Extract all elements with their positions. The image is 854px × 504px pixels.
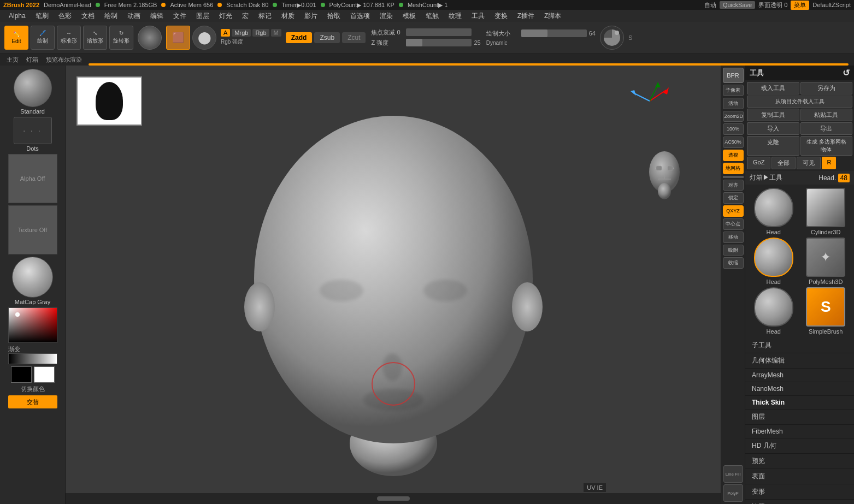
3d-model-area[interactable] (202, 94, 585, 476)
home-btn[interactable]: 主页 (3, 55, 22, 65)
gen-mesh-btn[interactable]: 生成 多边形网格物体 (800, 136, 853, 156)
clone-btn[interactable]: 克隆 (747, 136, 799, 156)
lightbox-btn[interactable]: 灯箱 (23, 55, 42, 65)
attach-btn[interactable]: 收缩 (723, 257, 744, 269)
preview-bool-btn[interactable]: 预览布尔渲染 (43, 55, 85, 65)
tool-head-3[interactable]: Head (749, 287, 799, 335)
rgb-btn[interactable]: Rgb (252, 29, 269, 37)
lock-btn[interactable]: 锁定 (723, 192, 744, 204)
draw-btn[interactable]: 🖊️ 绘制 (31, 26, 55, 50)
menu-array-mesh[interactable]: ArrayMesh (745, 369, 854, 382)
snap-btn[interactable]: 吸附 (723, 245, 744, 256)
rotate-btn[interactable]: ↻ 旋转形 (109, 26, 133, 50)
xyz-btn[interactable]: QXYZ (723, 205, 744, 217)
sub-pixel-btn[interactable]: 子像素 (723, 85, 744, 96)
percent-btn[interactable]: 100% (723, 123, 744, 135)
menu-zplugin[interactable]: Z插件 (513, 10, 539, 22)
save-as-btn[interactable]: 另存为 (800, 82, 853, 94)
z-intensity-slider[interactable] (406, 39, 472, 46)
exchange-btn[interactable]: 交替 (8, 395, 57, 408)
menu-draw[interactable]: 绘制 (100, 10, 122, 22)
menu-nano-mesh[interactable]: NanoMesh (745, 382, 854, 396)
menu-color[interactable]: 色彩 (54, 10, 76, 22)
menu-alpha[interactable]: Alpha (4, 11, 30, 21)
menu-prefs[interactable]: 首选项 (346, 10, 374, 22)
bpr-btn[interactable]: BPR (723, 68, 744, 83)
matcap-item[interactable]: MatCap Gray (8, 257, 57, 305)
all-btn[interactable]: 全部 (771, 157, 796, 169)
menu-light[interactable]: 灯光 (215, 10, 237, 22)
floor-btn[interactable]: 地网格 (723, 163, 744, 174)
white-swatch[interactable] (34, 366, 55, 383)
alpha-preview[interactable]: Alpha Off (8, 154, 57, 203)
sphere-btn[interactable]: ⬤ (192, 26, 216, 50)
black-swatch[interactable] (11, 366, 32, 383)
menu-render[interactable]: 渲染 (375, 10, 397, 22)
menu-layer[interactable]: 图层 (192, 10, 214, 22)
menu-layer[interactable]: 图层 (745, 410, 854, 425)
a-btn[interactable]: A (221, 29, 230, 37)
reload-tool-btn[interactable]: 载入工具 (747, 82, 799, 94)
menu-material[interactable]: 材质 (277, 10, 299, 22)
menu-thick-skin[interactable]: Thick Skin (745, 396, 854, 410)
menu-geo-edit[interactable]: 几何体编辑 (745, 353, 854, 369)
menu-movie[interactable]: 影片 (300, 10, 322, 22)
import-btn[interactable]: 导入 (747, 122, 799, 135)
tool-polymesh[interactable]: ✦ PolyMesh3D (801, 238, 851, 285)
tool-head-1[interactable]: Head (749, 188, 799, 235)
scroll-thumb[interactable] (377, 496, 410, 501)
color-picker[interactable] (8, 307, 57, 343)
ac-btn[interactable]: AC50% (723, 137, 744, 148)
load-project-btn[interactable]: 从项目文件载入工具 (747, 96, 852, 108)
menu-brush[interactable]: 笔刷 (31, 10, 53, 22)
rotation-indicator[interactable] (600, 26, 624, 50)
m-btn[interactable]: M (271, 29, 281, 37)
zadd-btn[interactable]: Zadd (286, 32, 313, 43)
zoom2d-btn[interactable]: Zoom2D (723, 111, 744, 122)
menu-surface[interactable]: 表面 (745, 469, 854, 484)
line-fill-btn[interactable]: Line Fill (723, 465, 743, 483)
menu-mask[interactable]: 遮罩 (745, 500, 854, 504)
move-side-btn[interactable]: 移动 (723, 232, 744, 243)
goz-btn[interactable]: GoZ (747, 157, 770, 169)
refresh-icon[interactable]: ↺ (843, 68, 850, 78)
zcut-btn[interactable]: Zcut (342, 32, 366, 43)
menu-fiber-mesh[interactable]: FiberMesh (745, 425, 854, 438)
focal-decay-slider[interactable] (406, 28, 472, 36)
tool-cylinder[interactable]: Cylinder3D (801, 188, 851, 235)
tool-head-2[interactable]: Head (749, 238, 799, 285)
active-btn[interactable]: 活动 (723, 98, 744, 109)
menu-pick[interactable]: 拾取 (323, 10, 345, 22)
menu-btn[interactable]: 菜单 (791, 1, 809, 10)
menu-preview[interactable]: 预览 (745, 454, 854, 469)
move-btn[interactable]: ↔ 标准形 (57, 26, 81, 50)
paste-tool-btn[interactable]: 粘贴工具 (800, 109, 853, 121)
export-btn[interactable]: 导出 (800, 122, 853, 135)
dots-brush[interactable]: · · · Dots (8, 117, 57, 152)
zsub-btn[interactable]: Zsub (314, 32, 340, 43)
view-btn[interactable]: 透视 (723, 150, 744, 161)
texture-preview[interactable]: Texture Off (8, 205, 57, 254)
mrgb-btn[interactable]: Mrgb (232, 29, 251, 37)
menu-hd-geo[interactable]: HD 几何 (745, 438, 854, 454)
standard-brush[interactable]: Standard (8, 69, 57, 115)
draw-size-slider[interactable] (521, 29, 587, 37)
menu-transform[interactable]: 变换 (490, 10, 512, 22)
viewport[interactable]: UV IE (66, 66, 721, 504)
visible-btn[interactable]: 可见 (797, 157, 821, 169)
scale-btn[interactable]: ⤡ 缩放形 (83, 26, 107, 50)
align-btn[interactable]: 对齐 (723, 180, 744, 191)
lightbox-header[interactable]: 灯箱▶工具 Head. 48 (745, 171, 854, 185)
menu-macro[interactable]: 宏 (238, 10, 253, 22)
menu-edit[interactable]: 编辑 (146, 10, 168, 22)
poly-f-btn[interactable]: PolyF (723, 484, 743, 502)
texture-btn[interactable]: 🟫 (166, 26, 190, 50)
material-preview[interactable] (138, 26, 162, 50)
menu-stroke[interactable]: 笔触 (421, 10, 443, 22)
menu-zscript[interactable]: Z脚本 (540, 10, 566, 22)
menu-file[interactable]: 文件 (169, 10, 191, 22)
gradient-bar[interactable] (8, 353, 57, 364)
transparency-control[interactable]: 界面透明 0 (758, 1, 787, 9)
menu-mark[interactable]: 标记 (254, 10, 276, 22)
menu-animation[interactable]: 动画 (123, 10, 145, 22)
